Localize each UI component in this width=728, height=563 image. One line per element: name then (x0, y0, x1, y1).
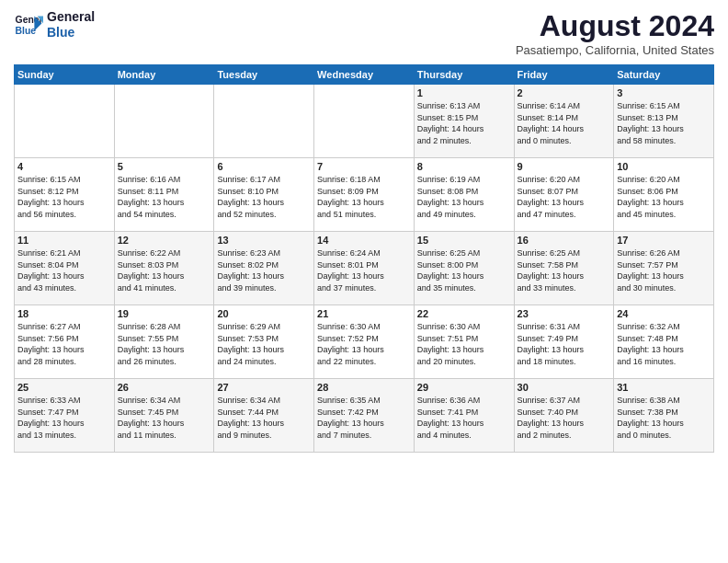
day-number: 18 (17, 308, 111, 319)
day-cell: 2Sunrise: 6:14 AM Sunset: 8:14 PM Daylig… (514, 85, 614, 158)
day-number: 2 (518, 87, 611, 98)
day-cell: 14Sunrise: 6:24 AM Sunset: 8:01 PM Dayli… (314, 232, 415, 305)
day-cell: 12Sunrise: 6:22 AM Sunset: 8:03 PM Dayli… (114, 232, 214, 305)
day-info: Sunrise: 6:37 AM Sunset: 7:40 PM Dayligh… (518, 395, 611, 441)
day-info: Sunrise: 6:15 AM Sunset: 8:12 PM Dayligh… (17, 174, 111, 220)
day-info: Sunrise: 6:25 AM Sunset: 8:00 PM Dayligh… (417, 247, 511, 293)
weekday-header-row: SundayMondayTuesdayWednesdayThursdayFrid… (15, 65, 714, 85)
day-number: 27 (217, 382, 311, 393)
week-row-4: 18Sunrise: 6:27 AM Sunset: 7:56 PM Dayli… (15, 305, 714, 379)
day-info: Sunrise: 6:28 AM Sunset: 7:55 PM Dayligh… (118, 321, 211, 367)
day-number: 21 (317, 308, 411, 319)
day-cell: 7Sunrise: 6:18 AM Sunset: 8:09 PM Daylig… (314, 158, 415, 232)
day-cell (214, 85, 314, 158)
weekday-header-monday: Monday (114, 65, 214, 85)
day-number: 5 (118, 161, 211, 172)
day-cell: 1Sunrise: 6:13 AM Sunset: 8:15 PM Daylig… (414, 85, 514, 158)
weekday-header-thursday: Thursday (414, 65, 514, 85)
day-info: Sunrise: 6:19 AM Sunset: 8:08 PM Dayligh… (417, 174, 511, 220)
day-number: 4 (17, 161, 111, 172)
calendar-page: General Blue General Blue August 2024 Pa… (0, 0, 728, 563)
day-cell: 27Sunrise: 6:34 AM Sunset: 7:44 PM Dayli… (214, 379, 314, 453)
day-cell: 18Sunrise: 6:27 AM Sunset: 7:56 PM Dayli… (15, 305, 115, 379)
day-cell: 9Sunrise: 6:20 AM Sunset: 8:07 PM Daylig… (514, 158, 614, 232)
day-number: 11 (17, 235, 111, 246)
day-number: 1 (417, 87, 511, 98)
day-number: 25 (17, 382, 111, 393)
day-number: 20 (217, 308, 311, 319)
day-info: Sunrise: 6:18 AM Sunset: 8:09 PM Dayligh… (317, 174, 411, 220)
day-cell: 30Sunrise: 6:37 AM Sunset: 7:40 PM Dayli… (514, 379, 614, 453)
logo-text-general: General (47, 9, 95, 25)
day-info: Sunrise: 6:33 AM Sunset: 7:47 PM Dayligh… (17, 395, 111, 441)
weekday-header-wednesday: Wednesday (314, 65, 415, 85)
day-cell: 22Sunrise: 6:30 AM Sunset: 7:51 PM Dayli… (414, 305, 514, 379)
day-number: 3 (617, 87, 711, 98)
day-info: Sunrise: 6:25 AM Sunset: 7:58 PM Dayligh… (518, 247, 611, 293)
day-cell: 10Sunrise: 6:20 AM Sunset: 8:06 PM Dayli… (614, 158, 714, 232)
day-info: Sunrise: 6:23 AM Sunset: 8:02 PM Dayligh… (217, 247, 311, 293)
day-cell (114, 85, 214, 158)
day-cell: 17Sunrise: 6:26 AM Sunset: 7:57 PM Dayli… (614, 232, 714, 305)
day-info: Sunrise: 6:15 AM Sunset: 8:13 PM Dayligh… (617, 100, 711, 146)
day-info: Sunrise: 6:30 AM Sunset: 7:52 PM Dayligh… (317, 321, 411, 367)
day-cell: 28Sunrise: 6:35 AM Sunset: 7:42 PM Dayli… (314, 379, 415, 453)
day-info: Sunrise: 6:35 AM Sunset: 7:42 PM Dayligh… (317, 395, 411, 441)
day-info: Sunrise: 6:14 AM Sunset: 8:14 PM Dayligh… (518, 100, 611, 146)
day-info: Sunrise: 6:34 AM Sunset: 7:45 PM Dayligh… (118, 395, 211, 441)
day-number: 15 (417, 235, 511, 246)
logo-icon: General Blue (14, 10, 43, 40)
day-cell: 6Sunrise: 6:17 AM Sunset: 8:10 PM Daylig… (214, 158, 314, 232)
weekday-header-friday: Friday (514, 65, 614, 85)
day-number: 28 (317, 382, 411, 393)
day-info: Sunrise: 6:31 AM Sunset: 7:49 PM Dayligh… (518, 321, 611, 367)
weekday-header-sunday: Sunday (15, 65, 115, 85)
day-info: Sunrise: 6:16 AM Sunset: 8:11 PM Dayligh… (118, 174, 211, 220)
day-number: 12 (118, 235, 211, 246)
calendar-title: August 2024 (516, 9, 714, 43)
title-block: August 2024 Pasatiempo, California, Unit… (516, 9, 714, 57)
svg-text:Blue: Blue (16, 25, 37, 35)
day-info: Sunrise: 6:29 AM Sunset: 7:53 PM Dayligh… (217, 321, 311, 367)
day-info: Sunrise: 6:20 AM Sunset: 8:06 PM Dayligh… (617, 174, 711, 220)
day-info: Sunrise: 6:38 AM Sunset: 7:38 PM Dayligh… (617, 395, 711, 441)
day-number: 8 (417, 161, 511, 172)
day-number: 29 (417, 382, 511, 393)
day-number: 19 (118, 308, 211, 319)
day-cell: 24Sunrise: 6:32 AM Sunset: 7:48 PM Dayli… (614, 305, 714, 379)
day-info: Sunrise: 6:17 AM Sunset: 8:10 PM Dayligh… (217, 174, 311, 220)
day-number: 26 (118, 382, 211, 393)
day-number: 10 (617, 161, 711, 172)
day-number: 24 (617, 308, 711, 319)
logo: General Blue General Blue (14, 9, 95, 40)
day-info: Sunrise: 6:32 AM Sunset: 7:48 PM Dayligh… (617, 321, 711, 367)
week-row-3: 11Sunrise: 6:21 AM Sunset: 8:04 PM Dayli… (15, 232, 714, 305)
day-info: Sunrise: 6:20 AM Sunset: 8:07 PM Dayligh… (518, 174, 611, 220)
day-cell: 29Sunrise: 6:36 AM Sunset: 7:41 PM Dayli… (414, 379, 514, 453)
day-info: Sunrise: 6:26 AM Sunset: 7:57 PM Dayligh… (617, 247, 711, 293)
calendar-subtitle: Pasatiempo, California, United States (516, 43, 714, 57)
week-row-2: 4Sunrise: 6:15 AM Sunset: 8:12 PM Daylig… (15, 158, 714, 232)
day-info: Sunrise: 6:13 AM Sunset: 8:15 PM Dayligh… (417, 100, 511, 146)
day-cell: 13Sunrise: 6:23 AM Sunset: 8:02 PM Dayli… (214, 232, 314, 305)
day-number: 23 (518, 308, 611, 319)
header: General Blue General Blue August 2024 Pa… (14, 9, 714, 57)
day-info: Sunrise: 6:27 AM Sunset: 7:56 PM Dayligh… (17, 321, 111, 367)
logo-text-blue: Blue (47, 25, 95, 40)
day-number: 9 (518, 161, 611, 172)
day-cell: 4Sunrise: 6:15 AM Sunset: 8:12 PM Daylig… (15, 158, 115, 232)
day-number: 16 (518, 235, 611, 246)
calendar-table: SundayMondayTuesdayWednesdayThursdayFrid… (14, 64, 714, 453)
day-cell (314, 85, 415, 158)
day-cell: 23Sunrise: 6:31 AM Sunset: 7:49 PM Dayli… (514, 305, 614, 379)
day-info: Sunrise: 6:21 AM Sunset: 8:04 PM Dayligh… (17, 247, 111, 293)
day-number: 31 (617, 382, 711, 393)
day-cell: 5Sunrise: 6:16 AM Sunset: 8:11 PM Daylig… (114, 158, 214, 232)
day-cell: 16Sunrise: 6:25 AM Sunset: 7:58 PM Dayli… (514, 232, 614, 305)
day-number: 14 (317, 235, 411, 246)
day-cell: 31Sunrise: 6:38 AM Sunset: 7:38 PM Dayli… (614, 379, 714, 453)
day-cell (15, 85, 115, 158)
day-number: 13 (217, 235, 311, 246)
day-info: Sunrise: 6:22 AM Sunset: 8:03 PM Dayligh… (118, 247, 211, 293)
week-row-5: 25Sunrise: 6:33 AM Sunset: 7:47 PM Dayli… (15, 379, 714, 453)
